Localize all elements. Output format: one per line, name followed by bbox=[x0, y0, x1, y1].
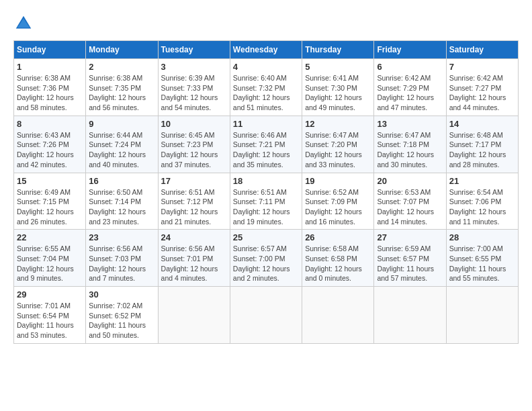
calendar-day-cell: 1 Sunrise: 6:38 AM Sunset: 7:36 PM Dayli… bbox=[14, 59, 86, 116]
day-info: Sunrise: 6:42 AM Sunset: 7:27 PM Dayligh… bbox=[449, 73, 515, 113]
day-number: 23 bbox=[89, 232, 154, 242]
day-info: Sunrise: 6:38 AM Sunset: 7:36 PM Dayligh… bbox=[17, 73, 83, 113]
calendar-day-cell: 13 Sunrise: 6:47 AM Sunset: 7:18 PM Dayl… bbox=[374, 116, 446, 173]
calendar-day-cell: 12 Sunrise: 6:47 AM Sunset: 7:20 PM Dayl… bbox=[302, 116, 374, 173]
calendar-week-row: 1 Sunrise: 6:38 AM Sunset: 7:36 PM Dayli… bbox=[14, 59, 519, 116]
calendar-day-cell bbox=[374, 287, 446, 344]
page-header bbox=[13, 13, 519, 34]
calendar-day-cell: 18 Sunrise: 6:51 AM Sunset: 7:11 PM Dayl… bbox=[230, 173, 302, 230]
day-number: 6 bbox=[377, 62, 443, 72]
calendar-day-cell bbox=[230, 287, 302, 344]
calendar-day-cell: 15 Sunrise: 6:49 AM Sunset: 7:15 PM Dayl… bbox=[14, 173, 86, 230]
day-info: Sunrise: 6:38 AM Sunset: 7:35 PM Dayligh… bbox=[89, 73, 154, 113]
weekday-header: Saturday bbox=[446, 41, 518, 59]
day-number: 24 bbox=[161, 232, 227, 242]
day-info: Sunrise: 6:51 AM Sunset: 7:11 PM Dayligh… bbox=[233, 187, 299, 227]
day-number: 13 bbox=[377, 119, 443, 129]
calendar-day-cell: 23 Sunrise: 6:56 AM Sunset: 7:03 PM Dayl… bbox=[86, 230, 158, 287]
day-info: Sunrise: 6:59 AM Sunset: 6:57 PM Dayligh… bbox=[377, 244, 443, 283]
day-number: 4 bbox=[233, 62, 299, 72]
calendar-day-cell bbox=[158, 287, 230, 344]
day-info: Sunrise: 6:57 AM Sunset: 7:00 PM Dayligh… bbox=[233, 244, 299, 283]
calendar-day-cell: 11 Sunrise: 6:46 AM Sunset: 7:21 PM Dayl… bbox=[230, 116, 302, 173]
weekday-header: Friday bbox=[374, 41, 446, 59]
calendar-day-cell: 30 Sunrise: 7:02 AM Sunset: 6:52 PM Dayl… bbox=[86, 287, 158, 344]
day-info: Sunrise: 6:39 AM Sunset: 7:33 PM Dayligh… bbox=[161, 73, 227, 113]
day-number: 1 bbox=[17, 62, 83, 72]
calendar-day-cell: 26 Sunrise: 6:58 AM Sunset: 6:58 PM Dayl… bbox=[302, 230, 374, 287]
day-number: 14 bbox=[449, 119, 515, 129]
calendar-day-cell: 25 Sunrise: 6:57 AM Sunset: 7:00 PM Dayl… bbox=[230, 230, 302, 287]
calendar-day-cell: 14 Sunrise: 6:48 AM Sunset: 7:17 PM Dayl… bbox=[446, 116, 518, 173]
weekday-header: Thursday bbox=[302, 41, 374, 59]
calendar-header-row: SundayMondayTuesdayWednesdayThursdayFrid… bbox=[14, 41, 519, 59]
calendar-day-cell: 5 Sunrise: 6:41 AM Sunset: 7:30 PM Dayli… bbox=[302, 59, 374, 116]
logo-icon bbox=[13, 13, 34, 34]
calendar-day-cell: 28 Sunrise: 7:00 AM Sunset: 6:55 PM Dayl… bbox=[446, 230, 518, 287]
day-info: Sunrise: 6:58 AM Sunset: 6:58 PM Dayligh… bbox=[305, 244, 371, 283]
logo bbox=[13, 13, 38, 34]
weekday-header: Monday bbox=[86, 41, 158, 59]
calendar-day-cell bbox=[446, 287, 518, 344]
day-number: 20 bbox=[377, 176, 443, 186]
weekday-header: Tuesday bbox=[158, 41, 230, 59]
calendar-day-cell: 10 Sunrise: 6:45 AM Sunset: 7:23 PM Dayl… bbox=[158, 116, 230, 173]
calendar-day-cell: 27 Sunrise: 6:59 AM Sunset: 6:57 PM Dayl… bbox=[374, 230, 446, 287]
day-number: 27 bbox=[377, 232, 443, 242]
day-number: 2 bbox=[89, 62, 154, 72]
day-number: 19 bbox=[305, 176, 371, 186]
weekday-header: Wednesday bbox=[230, 41, 302, 59]
day-number: 7 bbox=[449, 62, 515, 72]
day-info: Sunrise: 7:00 AM Sunset: 6:55 PM Dayligh… bbox=[449, 244, 515, 283]
day-info: Sunrise: 6:44 AM Sunset: 7:24 PM Dayligh… bbox=[89, 130, 154, 170]
day-number: 21 bbox=[449, 176, 515, 186]
day-number: 30 bbox=[89, 289, 154, 300]
day-info: Sunrise: 6:51 AM Sunset: 7:12 PM Dayligh… bbox=[161, 187, 227, 227]
day-number: 29 bbox=[17, 289, 83, 300]
weekday-header: Sunday bbox=[14, 41, 86, 59]
calendar-day-cell: 2 Sunrise: 6:38 AM Sunset: 7:35 PM Dayli… bbox=[86, 59, 158, 116]
day-number: 16 bbox=[89, 176, 154, 186]
day-number: 10 bbox=[161, 119, 227, 129]
day-number: 26 bbox=[305, 232, 371, 242]
day-number: 11 bbox=[233, 119, 299, 129]
day-number: 22 bbox=[17, 232, 83, 242]
day-info: Sunrise: 6:40 AM Sunset: 7:32 PM Dayligh… bbox=[233, 73, 299, 113]
calendar-day-cell: 7 Sunrise: 6:42 AM Sunset: 7:27 PM Dayli… bbox=[446, 59, 518, 116]
calendar-day-cell: 19 Sunrise: 6:52 AM Sunset: 7:09 PM Dayl… bbox=[302, 173, 374, 230]
day-info: Sunrise: 6:55 AM Sunset: 7:04 PM Dayligh… bbox=[17, 244, 83, 283]
calendar-day-cell: 3 Sunrise: 6:39 AM Sunset: 7:33 PM Dayli… bbox=[158, 59, 230, 116]
day-info: Sunrise: 6:42 AM Sunset: 7:29 PM Dayligh… bbox=[377, 73, 443, 113]
day-number: 17 bbox=[161, 176, 227, 186]
calendar-week-row: 22 Sunrise: 6:55 AM Sunset: 7:04 PM Dayl… bbox=[14, 230, 519, 287]
day-number: 8 bbox=[17, 119, 83, 129]
calendar-day-cell: 22 Sunrise: 6:55 AM Sunset: 7:04 PM Dayl… bbox=[14, 230, 86, 287]
day-number: 3 bbox=[161, 62, 227, 72]
calendar-day-cell: 16 Sunrise: 6:50 AM Sunset: 7:14 PM Dayl… bbox=[86, 173, 158, 230]
calendar-day-cell: 29 Sunrise: 7:01 AM Sunset: 6:54 PM Dayl… bbox=[14, 287, 86, 344]
day-info: Sunrise: 6:47 AM Sunset: 7:20 PM Dayligh… bbox=[305, 130, 371, 170]
day-info: Sunrise: 6:53 AM Sunset: 7:07 PM Dayligh… bbox=[377, 187, 443, 227]
day-info: Sunrise: 6:50 AM Sunset: 7:14 PM Dayligh… bbox=[89, 187, 154, 227]
calendar-day-cell: 17 Sunrise: 6:51 AM Sunset: 7:12 PM Dayl… bbox=[158, 173, 230, 230]
calendar-day-cell bbox=[302, 287, 374, 344]
day-info: Sunrise: 7:02 AM Sunset: 6:52 PM Dayligh… bbox=[89, 301, 154, 340]
day-number: 18 bbox=[233, 176, 299, 186]
calendar-week-row: 29 Sunrise: 7:01 AM Sunset: 6:54 PM Dayl… bbox=[14, 287, 519, 344]
day-info: Sunrise: 6:47 AM Sunset: 7:18 PM Dayligh… bbox=[377, 130, 443, 170]
day-info: Sunrise: 7:01 AM Sunset: 6:54 PM Dayligh… bbox=[17, 301, 83, 340]
day-info: Sunrise: 6:54 AM Sunset: 7:06 PM Dayligh… bbox=[449, 187, 515, 227]
day-number: 25 bbox=[233, 232, 299, 242]
day-number: 5 bbox=[305, 62, 371, 72]
day-number: 12 bbox=[305, 119, 371, 129]
calendar-table: SundayMondayTuesdayWednesdayThursdayFrid… bbox=[13, 40, 519, 344]
day-info: Sunrise: 6:48 AM Sunset: 7:17 PM Dayligh… bbox=[449, 130, 515, 170]
calendar-day-cell: 6 Sunrise: 6:42 AM Sunset: 7:29 PM Dayli… bbox=[374, 59, 446, 116]
day-info: Sunrise: 6:49 AM Sunset: 7:15 PM Dayligh… bbox=[17, 187, 83, 227]
calendar-week-row: 15 Sunrise: 6:49 AM Sunset: 7:15 PM Dayl… bbox=[14, 173, 519, 230]
day-info: Sunrise: 6:45 AM Sunset: 7:23 PM Dayligh… bbox=[161, 130, 227, 170]
calendar-day-cell: 9 Sunrise: 6:44 AM Sunset: 7:24 PM Dayli… bbox=[86, 116, 158, 173]
day-info: Sunrise: 6:43 AM Sunset: 7:26 PM Dayligh… bbox=[17, 130, 83, 170]
calendar-week-row: 8 Sunrise: 6:43 AM Sunset: 7:26 PM Dayli… bbox=[14, 116, 519, 173]
day-info: Sunrise: 6:41 AM Sunset: 7:30 PM Dayligh… bbox=[305, 73, 371, 113]
